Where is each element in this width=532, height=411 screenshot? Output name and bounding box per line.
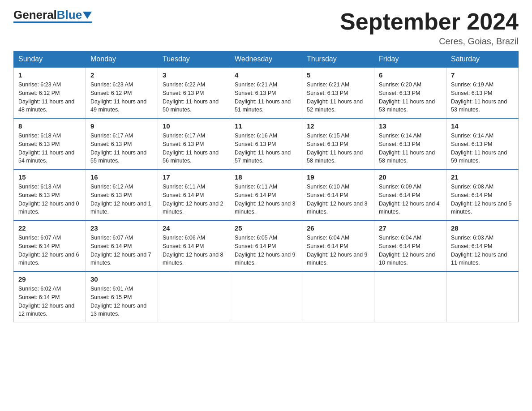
title-area: September 2024 Ceres, Goias, Brazil	[340, 9, 519, 47]
logo-general-text: General	[13, 9, 57, 21]
table-row	[230, 271, 302, 322]
calendar-subtitle: Ceres, Goias, Brazil	[340, 36, 519, 47]
sunset-label: Sunset: 6:15 PM	[90, 294, 132, 300]
sunset-label: Sunset: 6:12 PM	[18, 90, 60, 96]
table-row: 18 Sunrise: 6:11 AM Sunset: 6:14 PM Dayl…	[230, 169, 302, 220]
sunset-label: Sunset: 6:14 PM	[235, 192, 276, 198]
table-row	[302, 271, 374, 322]
sunrise-label: Sunrise: 6:14 AM	[451, 133, 493, 139]
sunset-label: Sunset: 6:14 PM	[163, 192, 204, 198]
day-number: 27	[379, 224, 442, 232]
day-number: 5	[307, 71, 369, 79]
daylight-label: Daylight: 11 hours and 58 minutes.	[307, 150, 363, 164]
day-info: Sunrise: 6:17 AM Sunset: 6:13 PM Dayligh…	[163, 132, 225, 165]
day-info: Sunrise: 6:06 AM Sunset: 6:14 PM Dayligh…	[163, 234, 225, 267]
table-row: 13 Sunrise: 6:14 AM Sunset: 6:13 PM Dayl…	[374, 118, 446, 169]
daylight-label: Daylight: 11 hours and 50 minutes.	[163, 98, 219, 113]
table-row: 14 Sunrise: 6:14 AM Sunset: 6:13 PM Dayl…	[446, 118, 519, 169]
calendar-week-row: 29 Sunrise: 6:02 AM Sunset: 6:14 PM Dayl…	[14, 271, 519, 322]
sunset-label: Sunset: 6:14 PM	[451, 192, 492, 198]
calendar-table: Sunday Monday Tuesday Wednesday Thursday…	[13, 51, 519, 322]
col-friday: Friday	[374, 51, 446, 68]
table-row: 29 Sunrise: 6:02 AM Sunset: 6:14 PM Dayl…	[14, 271, 86, 322]
daylight-label: Daylight: 11 hours and 53 minutes.	[379, 98, 435, 113]
day-info: Sunrise: 6:01 AM Sunset: 6:15 PM Dayligh…	[90, 285, 153, 318]
daylight-label: Daylight: 12 hours and 3 minutes.	[307, 201, 368, 215]
daylight-label: Daylight: 12 hours and 6 minutes.	[18, 252, 79, 266]
table-row: 16 Sunrise: 6:12 AM Sunset: 6:13 PM Dayl…	[86, 169, 158, 220]
sunrise-label: Sunrise: 6:07 AM	[90, 235, 133, 241]
daylight-label: Daylight: 12 hours and 9 minutes.	[307, 252, 368, 266]
logo-blue-text: Blue	[57, 9, 82, 21]
day-info: Sunrise: 6:11 AM Sunset: 6:14 PM Dayligh…	[235, 183, 297, 216]
sunset-label: Sunset: 6:13 PM	[307, 141, 348, 147]
sunset-label: Sunset: 6:14 PM	[18, 294, 60, 300]
sunset-label: Sunset: 6:14 PM	[235, 243, 276, 249]
table-row: 27 Sunrise: 6:04 AM Sunset: 6:14 PM Dayl…	[374, 220, 446, 271]
daylight-label: Daylight: 12 hours and 13 minutes.	[90, 303, 146, 317]
table-row: 5 Sunrise: 6:21 AM Sunset: 6:13 PM Dayli…	[302, 67, 374, 118]
sunset-label: Sunset: 6:13 PM	[379, 141, 420, 147]
day-info: Sunrise: 6:21 AM Sunset: 6:13 PM Dayligh…	[235, 81, 297, 114]
day-info: Sunrise: 6:13 AM Sunset: 6:13 PM Dayligh…	[18, 183, 81, 216]
daylight-label: Daylight: 11 hours and 53 minutes.	[451, 98, 507, 113]
table-row: 2 Sunrise: 6:23 AM Sunset: 6:12 PM Dayli…	[86, 67, 158, 118]
day-info: Sunrise: 6:14 AM Sunset: 6:13 PM Dayligh…	[379, 132, 442, 165]
day-number: 4	[235, 71, 297, 79]
day-number: 24	[163, 224, 225, 232]
calendar-week-row: 22 Sunrise: 6:07 AM Sunset: 6:14 PM Dayl…	[14, 220, 519, 271]
daylight-label: Daylight: 11 hours and 51 minutes.	[235, 98, 291, 113]
calendar-week-row: 15 Sunrise: 6:13 AM Sunset: 6:13 PM Dayl…	[14, 169, 519, 220]
sunset-label: Sunset: 6:14 PM	[90, 243, 132, 249]
table-row: 21 Sunrise: 6:08 AM Sunset: 6:14 PM Dayl…	[446, 169, 519, 220]
sunset-label: Sunset: 6:13 PM	[451, 90, 492, 96]
sunset-label: Sunset: 6:13 PM	[90, 141, 132, 147]
day-info: Sunrise: 6:07 AM Sunset: 6:14 PM Dayligh…	[90, 234, 153, 267]
table-row: 26 Sunrise: 6:04 AM Sunset: 6:14 PM Dayl…	[302, 220, 374, 271]
calendar-week-row: 1 Sunrise: 6:23 AM Sunset: 6:12 PM Dayli…	[14, 67, 519, 118]
sunset-label: Sunset: 6:14 PM	[379, 243, 420, 249]
day-info: Sunrise: 6:02 AM Sunset: 6:14 PM Dayligh…	[18, 285, 81, 318]
sunset-label: Sunset: 6:13 PM	[379, 90, 420, 96]
logo: GeneralBlue	[13, 9, 92, 23]
sunset-label: Sunset: 6:14 PM	[163, 243, 204, 249]
day-number: 14	[451, 122, 514, 130]
daylight-label: Daylight: 11 hours and 54 minutes.	[18, 150, 74, 164]
day-info: Sunrise: 6:04 AM Sunset: 6:14 PM Dayligh…	[379, 234, 442, 267]
sunset-label: Sunset: 6:13 PM	[18, 141, 60, 147]
daylight-label: Daylight: 12 hours and 12 minutes.	[18, 303, 74, 317]
table-row: 9 Sunrise: 6:17 AM Sunset: 6:13 PM Dayli…	[86, 118, 158, 169]
sunset-label: Sunset: 6:13 PM	[90, 192, 132, 198]
daylight-label: Daylight: 12 hours and 10 minutes.	[379, 252, 435, 266]
daylight-label: Daylight: 11 hours and 57 minutes.	[235, 150, 291, 164]
daylight-label: Daylight: 11 hours and 49 minutes.	[90, 98, 146, 113]
sunrise-label: Sunrise: 6:15 AM	[307, 133, 349, 139]
table-row: 25 Sunrise: 6:05 AM Sunset: 6:14 PM Dayl…	[230, 220, 302, 271]
sunset-label: Sunset: 6:14 PM	[307, 192, 348, 198]
sunrise-label: Sunrise: 6:02 AM	[18, 286, 61, 292]
day-number: 6	[379, 71, 442, 79]
logo-underline	[13, 21, 92, 23]
daylight-label: Daylight: 12 hours and 2 minutes.	[163, 201, 223, 215]
day-info: Sunrise: 6:19 AM Sunset: 6:13 PM Dayligh…	[451, 81, 514, 114]
day-number: 1	[18, 71, 81, 79]
day-info: Sunrise: 6:08 AM Sunset: 6:14 PM Dayligh…	[451, 183, 514, 216]
table-row: 1 Sunrise: 6:23 AM Sunset: 6:12 PM Dayli…	[14, 67, 86, 118]
table-row: 19 Sunrise: 6:10 AM Sunset: 6:14 PM Dayl…	[302, 169, 374, 220]
sunset-label: Sunset: 6:13 PM	[307, 90, 348, 96]
col-saturday: Saturday	[446, 51, 519, 68]
day-number: 2	[90, 71, 153, 79]
day-info: Sunrise: 6:14 AM Sunset: 6:13 PM Dayligh…	[451, 132, 514, 165]
day-info: Sunrise: 6:12 AM Sunset: 6:13 PM Dayligh…	[90, 183, 153, 216]
daylight-label: Daylight: 12 hours and 0 minutes.	[18, 201, 79, 215]
daylight-label: Daylight: 12 hours and 5 minutes.	[451, 201, 512, 215]
col-sunday: Sunday	[14, 51, 86, 68]
day-info: Sunrise: 6:23 AM Sunset: 6:12 PM Dayligh…	[90, 81, 153, 114]
day-info: Sunrise: 6:09 AM Sunset: 6:14 PM Dayligh…	[379, 183, 442, 216]
daylight-label: Daylight: 12 hours and 4 minutes.	[379, 201, 440, 215]
day-info: Sunrise: 6:18 AM Sunset: 6:13 PM Dayligh…	[18, 132, 81, 165]
table-row: 11 Sunrise: 6:16 AM Sunset: 6:13 PM Dayl…	[230, 118, 302, 169]
table-row: 17 Sunrise: 6:11 AM Sunset: 6:14 PM Dayl…	[158, 169, 230, 220]
day-info: Sunrise: 6:03 AM Sunset: 6:14 PM Dayligh…	[451, 234, 514, 267]
sunrise-label: Sunrise: 6:13 AM	[18, 184, 61, 190]
